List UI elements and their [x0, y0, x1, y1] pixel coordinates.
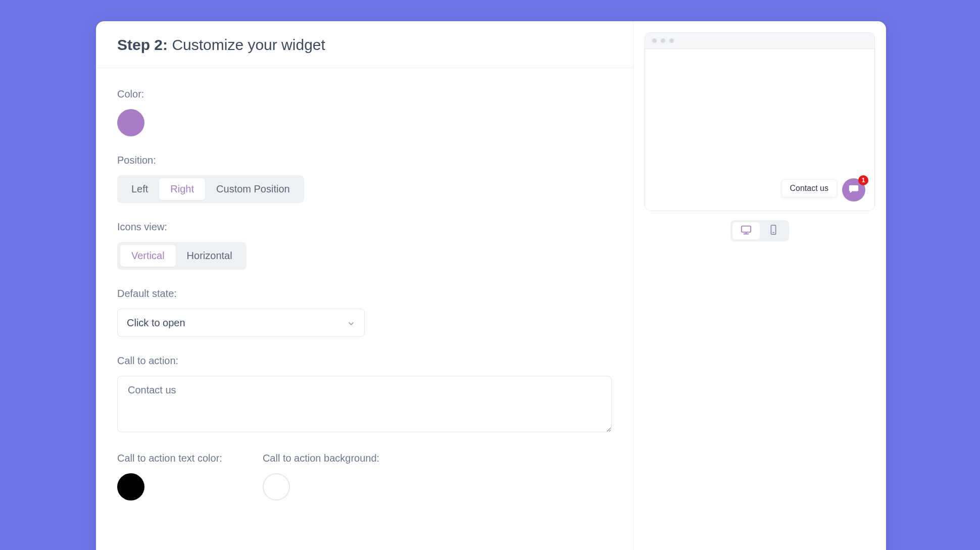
preview-widget-button[interactable]: 1 — [842, 178, 865, 202]
field-default-state: Default state: Click to open — [117, 288, 612, 337]
icons-view-segmented: Vertical Horizontal — [117, 242, 247, 270]
window-dot-icon — [661, 38, 665, 43]
field-position: Position: Left Right Custom Position — [117, 155, 612, 203]
default-state-select[interactable]: Click to open — [117, 309, 365, 337]
step-header: Step 2: Customize your widget — [96, 21, 633, 68]
window-dot-icon — [669, 38, 674, 43]
label-default-state: Default state: — [117, 288, 612, 299]
chat-icon — [848, 183, 859, 196]
main-column: Step 2: Customize your widget Color: Pos… — [96, 21, 633, 550]
label-cta: Call to action: — [117, 355, 612, 367]
cta-bg-swatch[interactable] — [263, 473, 290, 501]
preview-column: Contact us 1 — [633, 21, 886, 550]
svg-rect-0 — [742, 226, 751, 232]
cta-colors-row: Call to action text color: Call to actio… — [117, 453, 612, 501]
icons-view-option-vertical[interactable]: Vertical — [120, 245, 176, 267]
position-segmented: Left Right Custom Position — [117, 175, 304, 203]
field-cta: Call to action: — [117, 355, 612, 434]
device-desktop[interactable] — [732, 222, 760, 239]
device-mobile[interactable] — [760, 222, 787, 239]
mobile-icon — [768, 224, 779, 237]
field-icons-view: Icons view: Vertical Horizontal — [117, 221, 612, 270]
position-option-custom[interactable]: Custom Position — [205, 178, 301, 200]
form: Color: Position: Left Right Custom Posit… — [96, 68, 633, 531]
step-title: Customize your widget — [172, 36, 325, 53]
desktop-icon — [741, 224, 752, 237]
default-state-value: Click to open — [127, 317, 185, 329]
preview-cta-pill[interactable]: Contact us — [781, 179, 837, 197]
field-cta-bg: Call to action background: — [263, 453, 379, 501]
position-option-left[interactable]: Left — [120, 178, 159, 200]
cta-textarea[interactable] — [117, 376, 612, 432]
label-cta-text-color: Call to action text color: — [117, 453, 222, 464]
chevron-down-icon — [347, 319, 355, 327]
position-option-right[interactable]: Right — [159, 178, 205, 200]
device-toggle — [730, 220, 789, 241]
settings-card: Step 2: Customize your widget Color: Pos… — [96, 21, 886, 550]
cta-text-color-swatch[interactable] — [117, 473, 144, 501]
field-color: Color: — [117, 88, 612, 136]
preview-browser-bar — [645, 33, 874, 49]
preview-browser: Contact us 1 — [645, 32, 875, 211]
label-color: Color: — [117, 88, 612, 100]
notification-badge: 1 — [858, 175, 868, 185]
preview-viewport: Contact us 1 — [645, 49, 874, 211]
label-icons-view: Icons view: — [117, 221, 612, 233]
label-position: Position: — [117, 155, 612, 166]
field-cta-text-color: Call to action text color: — [117, 453, 222, 501]
step-prefix: Step 2: — [117, 36, 168, 53]
window-dot-icon — [652, 38, 657, 43]
color-swatch[interactable] — [117, 109, 144, 136]
icons-view-option-horizontal[interactable]: Horizontal — [176, 245, 243, 267]
label-cta-bg: Call to action background: — [263, 453, 379, 464]
